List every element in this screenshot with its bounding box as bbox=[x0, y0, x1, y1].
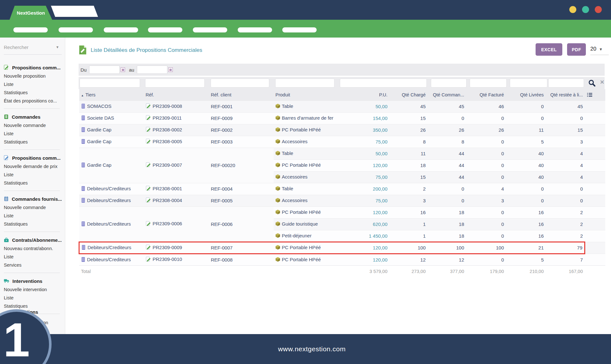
product-link[interactable]: Accessoires bbox=[276, 174, 308, 179]
ref-link[interactable]: PR2309-0006 bbox=[146, 221, 182, 226]
nav-menu-pill[interactable] bbox=[282, 27, 317, 32]
nav-menu-pill[interactable] bbox=[193, 27, 227, 32]
sidebar-item[interactable]: Nouvelle intervention bbox=[4, 285, 62, 294]
sidebar-item[interactable]: Statistiques bbox=[4, 88, 62, 97]
ref-link[interactable]: PR2308-0002 bbox=[146, 127, 182, 132]
sidebar-item[interactable]: Nouvelle commande bbox=[4, 203, 62, 212]
column-filter-input[interactable] bbox=[510, 79, 547, 88]
traffic-light-yellow[interactable] bbox=[569, 6, 576, 13]
product-link[interactable]: PC Portable HPéé bbox=[276, 209, 321, 215]
sidebar-search[interactable]: Rechercher ▼ bbox=[4, 42, 62, 55]
traffic-light-red[interactable] bbox=[595, 6, 602, 13]
sidebar-item[interactable]: Liste bbox=[4, 212, 62, 220]
sidebar-item[interactable]: Statistiques bbox=[4, 179, 62, 187]
tiers-link[interactable]: Debiteurs/Crediteurs bbox=[81, 186, 131, 191]
sidebar-section-header[interactable]: Propositions comm... bbox=[4, 153, 62, 162]
calendar-icon[interactable]: ▦ bbox=[121, 67, 125, 72]
tiers-link[interactable]: Debiteurs/Crediteurs bbox=[81, 257, 131, 262]
column-header[interactable]: Qté Comman... bbox=[428, 89, 466, 101]
sidebar-item[interactable]: Statistiques bbox=[4, 220, 62, 228]
product-link[interactable]: Table bbox=[276, 186, 293, 191]
sidebar-item[interactable]: Liste bbox=[4, 171, 62, 179]
nav-menu-pill[interactable] bbox=[148, 27, 182, 32]
tiers-link[interactable]: Debiteurs/Crediteurs bbox=[81, 245, 131, 250]
sidebar-section-header[interactable]: Commandes fournis... bbox=[4, 194, 62, 203]
column-header[interactable]: ▲Tiers bbox=[79, 89, 144, 101]
product-link[interactable]: Petit-déjeuner bbox=[276, 233, 312, 238]
sidebar-section-header[interactable]: Commandes bbox=[4, 112, 62, 121]
product-link[interactable]: Guide touristique bbox=[276, 221, 318, 227]
nav-menu-pill[interactable] bbox=[13, 27, 48, 32]
ref-link[interactable]: PR2308-0005 bbox=[146, 139, 182, 144]
column-filter-input[interactable] bbox=[80, 79, 140, 88]
ref-link[interactable]: PR2309-0007 bbox=[146, 162, 182, 168]
tiers-link[interactable]: Gardie Cap bbox=[81, 127, 112, 132]
sidebar-item[interactable]: Nouvelle proposition bbox=[4, 72, 62, 80]
brand-tab[interactable]: NextGestion bbox=[10, 6, 52, 20]
calendar-icon[interactable]: ▦ bbox=[168, 67, 173, 72]
product-link[interactable]: PC Portable HPéé bbox=[276, 162, 321, 168]
product-link[interactable]: Table bbox=[276, 150, 293, 156]
ref-link[interactable]: PR2309-0011 bbox=[146, 115, 182, 121]
date-from-input[interactable] bbox=[89, 66, 120, 74]
sidebar-item[interactable]: Nouveau contrat/abonn. bbox=[4, 244, 62, 253]
column-header[interactable]: Qté restée à li... bbox=[546, 89, 585, 101]
column-header[interactable]: Qté Chargé bbox=[390, 89, 428, 101]
column-filter-input[interactable] bbox=[548, 79, 584, 88]
sidebar-item[interactable]: État des propositions co... bbox=[4, 97, 62, 105]
sidebar-item[interactable]: Liste bbox=[4, 253, 62, 261]
pdf-export-button[interactable]: PDF bbox=[567, 43, 586, 56]
blank-tab[interactable] bbox=[51, 6, 98, 17]
excel-export-button[interactable]: EXCEL bbox=[536, 43, 562, 56]
sidebar-item[interactable]: Nouvelle commande bbox=[4, 121, 62, 130]
tiers-link[interactable]: Gardie Cap bbox=[81, 162, 112, 168]
sidebar-section-header[interactable]: Interventions bbox=[4, 276, 62, 285]
product-link[interactable]: PC Portable HPéé bbox=[276, 127, 321, 132]
nav-menu-pill[interactable] bbox=[104, 27, 138, 32]
ref-link[interactable]: PR2308-0001 bbox=[146, 186, 182, 191]
page-size-select[interactable]: 20▼ bbox=[590, 46, 609, 55]
column-header[interactable]: Qté Facturé bbox=[466, 89, 506, 101]
traffic-light-teal[interactable] bbox=[582, 6, 589, 13]
clear-filters-icon[interactable]: ✕ bbox=[600, 79, 604, 86]
sidebar-item[interactable]: Services bbox=[4, 261, 62, 269]
nav-menu-pill[interactable] bbox=[238, 27, 272, 32]
sidebar-item[interactable]: Statistiques bbox=[4, 138, 62, 146]
ref-link[interactable]: PR2309-0009 bbox=[146, 245, 182, 250]
sidebar-item[interactable]: Liste bbox=[4, 130, 62, 138]
column-chooser-header[interactable] bbox=[585, 89, 605, 101]
sidebar-item[interactable]: Liste bbox=[4, 80, 62, 88]
sidebar-section-header[interactable]: Propositions comm... bbox=[4, 63, 62, 72]
sidebar-item[interactable]: Liste bbox=[4, 294, 62, 302]
search-icon[interactable] bbox=[588, 79, 596, 87]
column-filter-input[interactable] bbox=[431, 79, 467, 88]
column-header[interactable]: P.U. bbox=[339, 89, 390, 101]
tiers-link[interactable]: Societe DAS bbox=[81, 115, 114, 121]
product-link[interactable]: Barres d'armature de fer bbox=[276, 115, 334, 121]
sidebar-section-header[interactable]: Contrats/Abonneme... bbox=[4, 235, 62, 244]
ref-link[interactable]: PR2309-0010 bbox=[146, 256, 182, 262]
product-link[interactable]: Accessoires bbox=[276, 139, 308, 144]
search-input[interactable]: Rechercher bbox=[4, 45, 29, 50]
column-header[interactable]: Produit bbox=[274, 89, 339, 101]
product-link[interactable]: PC Portable HPéé bbox=[276, 245, 321, 250]
column-filter-input[interactable] bbox=[470, 79, 507, 88]
sidebar-item[interactable]: Nouvelle demande de prix bbox=[4, 162, 62, 171]
nav-menu-pill[interactable] bbox=[59, 27, 93, 32]
column-filter-input[interactable] bbox=[211, 79, 269, 88]
product-link[interactable]: Table bbox=[276, 103, 293, 109]
column-filter-input[interactable] bbox=[145, 79, 205, 88]
column-filter-input[interactable] bbox=[340, 79, 427, 88]
tiers-link[interactable]: SOMACOS bbox=[81, 103, 112, 109]
column-header[interactable]: Qté Livrées bbox=[506, 89, 546, 101]
tiers-link[interactable]: Debiteurs/Crediteurs bbox=[81, 198, 131, 203]
column-header[interactable]: Réf. bbox=[144, 89, 209, 101]
product-link[interactable]: Accessoires bbox=[276, 198, 308, 203]
column-filter-input[interactable] bbox=[275, 79, 334, 88]
date-to-input[interactable] bbox=[137, 66, 167, 74]
column-header[interactable]: Réf. client bbox=[209, 89, 274, 101]
product-link[interactable]: PC Portable HPéé bbox=[276, 257, 321, 262]
tiers-link[interactable]: Gardie Cap bbox=[81, 139, 112, 144]
ref-link[interactable]: PR2308-0004 bbox=[146, 198, 182, 203]
ref-link[interactable]: PR2309-0008 bbox=[146, 103, 182, 109]
